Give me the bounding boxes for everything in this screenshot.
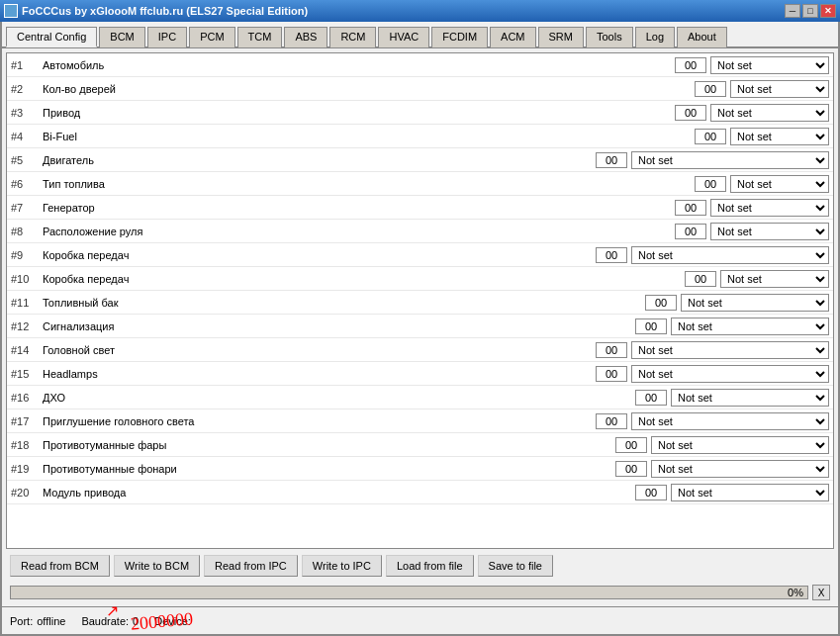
row-value-input[interactable] [695,129,726,144]
row-label: Противотуманные фонари [43,463,615,475]
window-title: FoCCCus by xGloooM ffclub.ru (ELS27 Spec… [22,5,308,17]
table-row: #3 Привод Not set [7,101,833,125]
table-row: #1 Автомобиль Not set [7,53,833,77]
write-to-ipc-button[interactable]: Write to IPC [302,555,382,577]
row-number: #16 [11,392,43,404]
tab-central-config[interactable]: Central Config [6,27,97,47]
minimize-button[interactable]: ─ [785,4,800,18]
tab-hvac[interactable]: HVAC [378,27,429,47]
row-label: Головной свет [43,344,596,356]
baudrate-label: Baudrate: [81,615,129,627]
row-select[interactable]: Not set [651,436,829,454]
title-bar: FoCCCus by xGloooM ffclub.ru (ELS27 Spec… [0,0,840,22]
row-number: #18 [11,439,43,451]
row-select[interactable]: Not set [671,318,829,335]
row-value-input[interactable] [675,57,706,73]
tab-pcm[interactable]: PCM [189,27,234,47]
row-select[interactable]: Not set [730,80,829,98]
row-number: #12 [11,320,43,332]
row-number: #3 [11,107,43,119]
row-select[interactable]: Not set [710,56,829,74]
progress-close-button[interactable]: X [812,585,830,600]
row-select[interactable]: Not set [671,484,829,501]
title-bar-text: FoCCCus by xGloooM ffclub.ru (ELS27 Spec… [4,4,308,18]
row-value-input[interactable] [615,461,647,477]
tab-tools[interactable]: Tools [586,27,633,47]
row-value-input[interactable] [685,271,716,287]
row-value-input[interactable] [695,176,726,192]
tab-tcm[interactable]: TCM [237,27,283,47]
row-select[interactable]: Not set [710,104,829,122]
device-label: Device: [154,615,191,627]
port-status: Port: offline [10,615,65,627]
row-number: #15 [11,368,43,380]
read-from-ipc-button[interactable]: Read from IPC [204,555,298,577]
tab-srm[interactable]: SRM [538,27,584,47]
close-button[interactable]: ✕ [820,4,836,18]
table-row: #8 Расположение руля Not set [7,220,833,243]
row-number: #11 [11,297,43,309]
table-row: #15 Headlamps Not set [7,362,833,386]
table-row: #12 Сигнализация Not set [7,315,833,338]
row-select[interactable]: Not set [710,199,829,217]
table-row: #16 ДХО Not set [7,386,833,409]
row-label: ДХО [43,392,635,404]
tab-bcm[interactable]: BCM [99,27,144,47]
row-number: #20 [11,487,43,499]
save-to-file-button[interactable]: Save to file [478,555,553,577]
row-value-input[interactable] [645,295,677,311]
tab-about[interactable]: About [677,27,727,47]
row-number: #5 [11,154,43,166]
row-select[interactable]: Not set [631,341,829,359]
row-value-input[interactable] [596,413,627,429]
row-number: #10 [11,273,43,285]
row-select[interactable]: Not set [720,270,829,288]
row-select[interactable]: Not set [651,460,829,478]
row-value-input[interactable] [675,200,706,216]
row-value-input[interactable] [635,485,667,500]
row-value-input[interactable] [635,318,667,334]
row-label: Кол-во дверей [43,83,695,95]
row-select[interactable]: Not set [730,128,829,145]
row-value-input[interactable] [675,105,706,121]
content-area: #1 Автомобиль Not set #2 Кол-во дверей N… [2,48,838,606]
status-bar: Port: offline Baudrate: 0 Device: ↗ 2000… [2,606,838,634]
row-select[interactable]: Not set [631,365,829,383]
row-select[interactable]: Not set [631,246,829,264]
row-number: #17 [11,415,43,427]
row-select[interactable]: Not set [631,151,829,169]
row-select[interactable]: Not set [730,175,829,193]
row-number: #14 [11,344,43,356]
row-label: Расположение руля [43,226,675,237]
tab-acm[interactable]: ACM [490,27,535,47]
row-value-input[interactable] [695,81,726,97]
progress-bar: 0% [10,586,808,599]
row-value-input[interactable] [675,224,706,239]
maximize-button[interactable]: □ [802,4,818,18]
tab-ipc[interactable]: IPC [147,27,187,47]
app-icon [4,4,18,18]
row-select[interactable]: Not set [631,412,829,430]
row-value-input[interactable] [596,247,627,263]
row-number: #9 [11,249,43,261]
tab-fcdim[interactable]: FCDIM [431,27,488,47]
row-value-input[interactable] [596,342,627,358]
bottom-buttons: Read from BCM Write to BCM Read from IPC… [6,549,834,583]
tab-rcm[interactable]: RCM [329,27,376,47]
table-row: #19 Противотуманные фонари Not set [7,457,833,481]
row-value-input[interactable] [635,390,667,406]
row-value-input[interactable] [615,437,647,453]
device-status: Device: [154,615,191,627]
row-select[interactable]: Not set [671,389,829,407]
row-label: Headlamps [43,368,596,380]
write-to-bcm-button[interactable]: Write to BCM [114,555,200,577]
row-select[interactable]: Not set [681,294,829,312]
tab-abs[interactable]: ABS [284,27,327,47]
load-from-file-button[interactable]: Load from file [386,555,474,577]
row-value-input[interactable] [596,366,627,382]
config-list[interactable]: #1 Автомобиль Not set #2 Кол-во дверей N… [6,52,834,549]
tab-log[interactable]: Log [635,27,675,47]
row-select[interactable]: Not set [710,223,829,240]
read-from-bcm-button[interactable]: Read from BCM [10,555,110,577]
row-value-input[interactable] [596,152,627,168]
